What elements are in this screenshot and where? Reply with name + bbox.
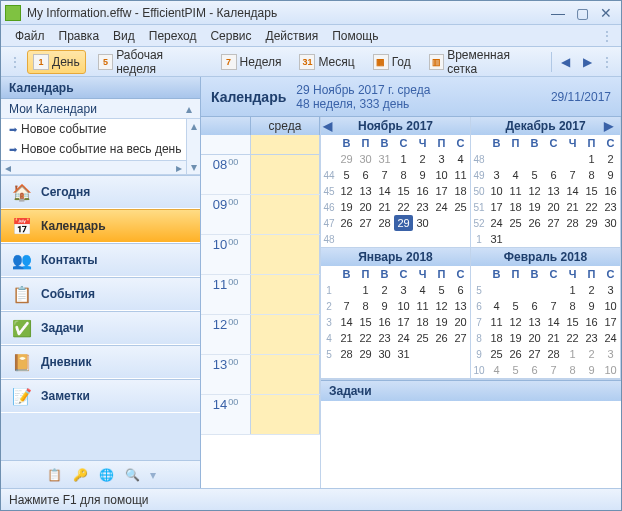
menu-переход[interactable]: Переход xyxy=(143,27,203,45)
tree-item[interactable]: ➡Новое событие xyxy=(1,119,200,139)
day-cell[interactable]: 13 xyxy=(451,298,470,314)
menu-правка[interactable]: Правка xyxy=(53,27,106,45)
day-cell[interactable]: 24 xyxy=(487,215,506,231)
day-cell[interactable]: 19 xyxy=(432,314,451,330)
view-год[interactable]: ▦Год xyxy=(367,50,417,74)
day-cell[interactable]: 9 xyxy=(413,167,432,183)
day-cell[interactable]: 17 xyxy=(432,183,451,199)
day-cell[interactable]: 7 xyxy=(544,362,563,378)
day-cell[interactable]: 10 xyxy=(432,167,451,183)
toolbar-grip[interactable]: ⋮ xyxy=(9,55,21,69)
day-cell[interactable]: 11 xyxy=(451,167,470,183)
day-cell[interactable]: 25 xyxy=(487,346,506,362)
menu-grip[interactable]: ⋮ xyxy=(601,29,613,43)
day-cell[interactable]: 15 xyxy=(582,183,601,199)
day-cell[interactable]: 24 xyxy=(394,330,413,346)
menu-помощь[interactable]: Помощь xyxy=(326,27,384,45)
day-cell[interactable]: 8 xyxy=(563,362,582,378)
day-cell[interactable]: 18 xyxy=(487,330,506,346)
day-cell[interactable]: 6 xyxy=(525,362,544,378)
day-cell[interactable]: 8 xyxy=(356,298,375,314)
day-cell[interactable]: 5 xyxy=(432,282,451,298)
scroll-down-icon[interactable]: ▾ xyxy=(187,160,201,174)
day-cell[interactable]: 12 xyxy=(432,298,451,314)
day-cell[interactable]: 11 xyxy=(506,183,525,199)
menu-сервис[interactable]: Сервис xyxy=(204,27,257,45)
day-cell[interactable]: 3 xyxy=(432,151,451,167)
tree-vscroll[interactable]: ▴ ▾ xyxy=(186,119,200,174)
day-cell[interactable]: 29 xyxy=(356,346,375,362)
day-cell[interactable]: 30 xyxy=(413,215,432,231)
day-cell[interactable]: 25 xyxy=(451,199,470,215)
day-cell[interactable]: 16 xyxy=(375,314,394,330)
day-cell[interactable]: 3 xyxy=(394,282,413,298)
tree-hscroll[interactable]: ◂ ▸ xyxy=(1,160,186,174)
day-cell[interactable]: 2 xyxy=(375,282,394,298)
day-cell[interactable]: 14 xyxy=(375,183,394,199)
day-cell[interactable]: 26 xyxy=(506,346,525,362)
day-cell[interactable]: 14 xyxy=(337,314,356,330)
day-cell[interactable]: 15 xyxy=(563,314,582,330)
day-cell[interactable]: 26 xyxy=(337,215,356,231)
day-cell[interactable]: 12 xyxy=(337,183,356,199)
day-cell[interactable]: 1 xyxy=(563,346,582,362)
day-cell[interactable]: 23 xyxy=(375,330,394,346)
day-cell[interactable]: 15 xyxy=(394,183,413,199)
day-cell[interactable]: 9 xyxy=(582,298,601,314)
day-cell[interactable]: 27 xyxy=(525,346,544,362)
day-cell[interactable]: 1 xyxy=(582,151,601,167)
day-cell[interactable]: 2 xyxy=(582,282,601,298)
day-cell[interactable]: 2 xyxy=(413,151,432,167)
day-cell[interactable]: 23 xyxy=(582,330,601,346)
day-cell[interactable]: 10 xyxy=(601,298,620,314)
day-cell[interactable]: 6 xyxy=(525,298,544,314)
hour-cell[interactable] xyxy=(251,275,320,314)
hour-slot[interactable]: 1300 xyxy=(201,355,320,395)
day-cell[interactable]: 26 xyxy=(525,215,544,231)
toolbar-grip-right[interactable]: ⋮ xyxy=(601,55,613,69)
day-cell[interactable]: 17 xyxy=(601,314,620,330)
day-cell[interactable]: 4 xyxy=(487,298,506,314)
day-cell[interactable]: 22 xyxy=(394,199,413,215)
day-cell[interactable]: 26 xyxy=(432,330,451,346)
day-cell[interactable]: 27 xyxy=(451,330,470,346)
hour-slot[interactable]: 0800 xyxy=(201,155,320,195)
day-cell[interactable]: 27 xyxy=(544,215,563,231)
day-cell[interactable]: 15 xyxy=(356,314,375,330)
day-cell[interactable]: 20 xyxy=(356,199,375,215)
nav-prev[interactable]: ◀ xyxy=(558,55,573,69)
day-cell[interactable]: 18 xyxy=(413,314,432,330)
day-cell[interactable]: 17 xyxy=(394,314,413,330)
footer-expand-icon[interactable]: ▾ xyxy=(150,468,156,482)
day-cell[interactable]: 3 xyxy=(601,282,620,298)
hour-cell[interactable] xyxy=(251,355,320,394)
day-cell[interactable]: 3 xyxy=(487,167,506,183)
day-cell[interactable]: 28 xyxy=(375,215,394,231)
day-cell[interactable]: 7 xyxy=(544,298,563,314)
nav-заметки[interactable]: 📝Заметки xyxy=(1,379,200,413)
day-cell[interactable]: 3 xyxy=(601,346,620,362)
day-cell[interactable]: 22 xyxy=(582,199,601,215)
day-cell[interactable]: 23 xyxy=(413,199,432,215)
day-cell[interactable]: 16 xyxy=(601,183,620,199)
day-cell[interactable]: 21 xyxy=(337,330,356,346)
day-cell[interactable]: 18 xyxy=(451,183,470,199)
day-cell[interactable]: 14 xyxy=(563,183,582,199)
day-cell[interactable]: 2 xyxy=(601,151,620,167)
day-cell[interactable]: 9 xyxy=(582,362,601,378)
view-месяц[interactable]: 31Месяц xyxy=(293,50,360,74)
hour-slot[interactable]: 1400 xyxy=(201,395,320,435)
day-cell[interactable]: 22 xyxy=(563,330,582,346)
day-cell[interactable]: 14 xyxy=(544,314,563,330)
maximize-button[interactable]: ▢ xyxy=(571,5,593,21)
day-cell[interactable]: 10 xyxy=(394,298,413,314)
nav-дневник[interactable]: 📔Дневник xyxy=(1,345,200,379)
day-cell[interactable]: 29 xyxy=(394,215,413,231)
day-cell[interactable]: 7 xyxy=(563,167,582,183)
day-cell[interactable]: 10 xyxy=(487,183,506,199)
day-cell[interactable]: 30 xyxy=(375,346,394,362)
day-cell[interactable]: 17 xyxy=(487,199,506,215)
day-cell[interactable]: 5 xyxy=(506,362,525,378)
minimize-button[interactable]: — xyxy=(547,5,569,21)
view-неделя[interactable]: 7Неделя xyxy=(215,50,288,74)
